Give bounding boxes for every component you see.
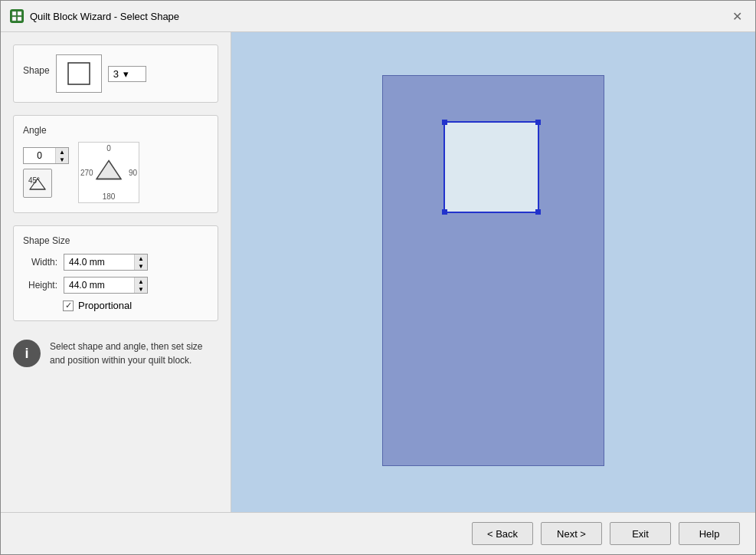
exit-button[interactable]: Exit	[610, 522, 671, 545]
proportional-label: Proportional	[78, 300, 132, 311]
shape-row: Shape 3 ▾	[23, 54, 208, 93]
width-spin-arrows: ▲ ▼	[134, 255, 147, 270]
next-button[interactable]: Next >	[541, 522, 602, 545]
shape-preview-canvas[interactable]	[443, 121, 539, 213]
height-label: Height:	[23, 280, 57, 291]
angle-controls: 0 ▲ ▼ 45°	[23, 142, 208, 203]
height-value: 44.0 mm	[64, 278, 134, 292]
shape-preview	[56, 54, 102, 93]
shape-size-section: Shape Size Width: 44.0 mm ▲ ▼ Height: 44…	[13, 225, 218, 321]
dropdown-arrow-icon: ▾	[123, 68, 129, 80]
app-icon	[10, 9, 24, 23]
handle-bottom-right[interactable]	[535, 209, 541, 215]
shape-label: Shape	[23, 65, 50, 76]
width-value: 44.0 mm	[64, 255, 134, 269]
back-button[interactable]: < Back	[472, 522, 533, 545]
window-title: Quilt Block Wizard - Select Shape	[30, 11, 179, 22]
compass-left-label: 270	[80, 169, 93, 177]
proportional-checkbox[interactable]: ✓	[63, 300, 74, 311]
compass-triangle	[93, 158, 124, 188]
title-left: Quilt Block Wizard - Select Shape	[10, 9, 179, 23]
height-spin-arrows: ▲ ▼	[134, 278, 147, 293]
width-spin-down[interactable]: ▼	[135, 262, 147, 270]
info-icon: i	[13, 340, 41, 367]
help-button[interactable]: Help	[679, 522, 740, 545]
width-spinbox[interactable]: 44.0 mm ▲ ▼	[64, 254, 148, 271]
svg-rect-2	[12, 17, 16, 21]
angle-input-group: 0 ▲ ▼ 45°	[23, 147, 69, 198]
width-spin-up[interactable]: ▲	[135, 255, 147, 262]
close-button[interactable]: ✕	[728, 7, 746, 25]
angle-label: Angle	[23, 125, 208, 136]
svg-rect-3	[18, 17, 21, 21]
angle-spin-down[interactable]: ▼	[56, 156, 68, 163]
right-panel	[231, 32, 755, 512]
svg-rect-1	[18, 11, 21, 15]
svg-rect-0	[12, 11, 16, 15]
angle-compass[interactable]: 0 180 270 90	[78, 142, 139, 203]
shape-dropdown[interactable]: 3 ▾	[108, 66, 146, 82]
handle-top-left[interactable]	[442, 120, 447, 125]
main-window: Quilt Block Wizard - Select Shape ✕ Shap…	[0, 0, 756, 555]
proportional-row: ✓ Proportional	[23, 300, 208, 311]
main-content: Shape 3 ▾ Angle	[1, 32, 755, 512]
height-row: Height: 44.0 mm ▲ ▼	[23, 277, 208, 294]
info-section: i Select shape and angle, then set size …	[13, 340, 218, 367]
compass-bottom-label: 180	[103, 192, 116, 201]
width-label: Width:	[23, 257, 57, 268]
angle-spin-arrows: ▲ ▼	[55, 148, 68, 163]
width-row: Width: 44.0 mm ▲ ▼	[23, 254, 208, 271]
bottom-bar: < Back Next > Exit Help	[1, 512, 755, 554]
compass-right-label: 90	[129, 169, 137, 177]
shape-section: Shape 3 ▾	[13, 44, 218, 103]
left-panel: Shape 3 ▾ Angle	[1, 32, 231, 512]
angle-45-button[interactable]: 45°	[23, 169, 52, 198]
info-text: Select shape and angle, then set size an…	[50, 340, 218, 367]
svg-rect-4	[68, 63, 90, 84]
title-bar: Quilt Block Wizard - Select Shape ✕	[1, 1, 755, 32]
shape-size-label: Shape Size	[23, 235, 208, 246]
height-spin-down[interactable]: ▼	[135, 285, 147, 293]
angle-spin-up[interactable]: ▲	[56, 148, 68, 156]
handle-top-right[interactable]	[535, 120, 541, 125]
height-spinbox[interactable]: 44.0 mm ▲ ▼	[64, 277, 148, 294]
height-spin-up[interactable]: ▲	[135, 278, 147, 285]
angle-value: 0	[24, 149, 55, 163]
angle-section: Angle 0 ▲ ▼ 45°	[13, 115, 218, 213]
angle-spinbox[interactable]: 0 ▲ ▼	[23, 147, 69, 164]
svg-marker-6	[97, 161, 121, 179]
compass-top-label: 0	[106, 144, 111, 153]
handle-bottom-left[interactable]	[442, 209, 447, 215]
canvas-area[interactable]	[248, 67, 738, 478]
